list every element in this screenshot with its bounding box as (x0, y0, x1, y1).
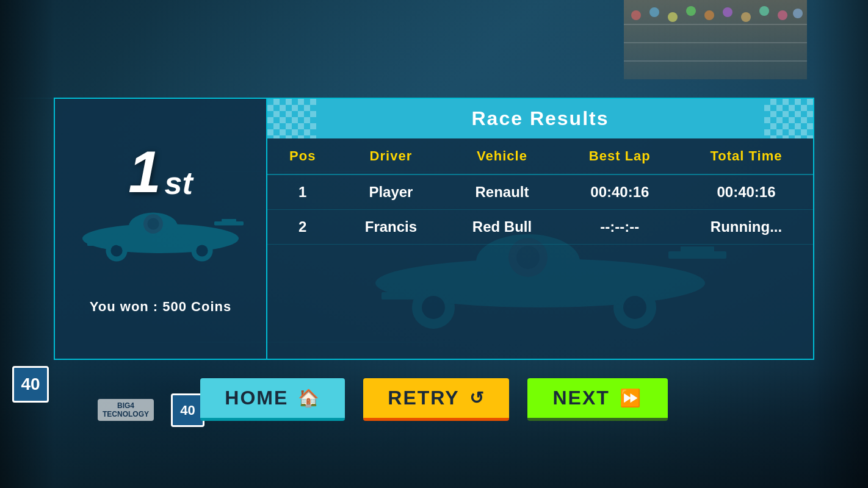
home-button-label: HOME (225, 387, 288, 409)
cell-total_time: 00:40:16 (679, 174, 813, 210)
cell-vehicle: Red Bull (444, 210, 560, 245)
svg-point-6 (668, 12, 678, 22)
svg-marker-29 (382, 272, 424, 294)
svg-point-33 (412, 286, 455, 329)
cell-pos: 2 (267, 210, 338, 245)
ui-container: 1 st You won : 500 Coins Race Results (54, 98, 814, 421)
home-icon: 🏠 (298, 388, 320, 408)
road-sign-40-left: 40 (12, 366, 49, 403)
col-pos: Pos (267, 138, 338, 174)
col-driver: Driver (338, 138, 444, 174)
svg-point-37 (449, 277, 607, 304)
col-vehicle: Vehicle (444, 138, 560, 174)
top-panel: 1 st You won : 500 Coins Race Results (54, 98, 814, 360)
cell-driver: Francis (338, 210, 444, 245)
cell-vehicle: Renault (444, 174, 560, 210)
svg-point-35 (613, 286, 656, 329)
next-button-label: NEXT (552, 387, 609, 409)
svg-rect-31 (681, 246, 714, 252)
svg-point-5 (649, 7, 659, 17)
cell-pos: 1 (267, 174, 338, 210)
svg-point-10 (741, 12, 751, 22)
results-title: Race Results (472, 107, 609, 129)
results-header: Race Results (267, 99, 813, 138)
cell-total_time: Running... (679, 210, 813, 245)
side-deco-left (0, 0, 55, 488)
grandstand (624, 0, 807, 79)
home-button[interactable]: HOME 🏠 (200, 378, 345, 421)
svg-point-11 (759, 6, 769, 16)
position-text-wrap: 1 st You won : 500 Coins (90, 143, 232, 315)
side-deco-right (813, 0, 868, 488)
coins-label: You won : 500 Coins (90, 299, 232, 315)
retry-button[interactable]: RETRY ↺ (363, 378, 508, 421)
svg-point-8 (704, 10, 714, 20)
col-best-lap: Best Lap (560, 138, 679, 174)
position-suffix: st (165, 165, 193, 201)
buttons-row: HOME 🏠 RETRY ↺ NEXT ⏩ (54, 378, 814, 421)
cell-best_lap: 00:40:16 (560, 174, 679, 210)
cell-best_lap: --:--:-- (560, 210, 679, 245)
cell-driver: Player (338, 174, 444, 210)
svg-point-12 (778, 10, 787, 20)
table-row: 2FrancisRed Bull--:--:--Running... (267, 210, 813, 245)
svg-point-4 (631, 10, 641, 20)
results-table: Pos Driver Vehicle Best Lap Total Time 1… (267, 138, 813, 245)
svg-rect-32 (382, 292, 436, 300)
table-header-row: Pos Driver Vehicle Best Lap Total Time (267, 138, 813, 174)
svg-point-39 (516, 246, 540, 269)
svg-point-27 (375, 259, 705, 307)
next-icon: ⏩ (620, 388, 642, 408)
svg-point-36 (623, 296, 646, 319)
table-row: 1PlayerRenault00:40:1600:40:16 (267, 174, 813, 210)
retry-button-label: RETRY (388, 387, 459, 409)
next-button[interactable]: NEXT ⏩ (527, 378, 668, 421)
svg-point-13 (793, 9, 803, 18)
svg-point-7 (686, 6, 696, 16)
svg-rect-30 (668, 251, 726, 259)
results-panel: Race Results (266, 98, 814, 360)
col-total-time: Total Time (679, 138, 813, 174)
svg-point-34 (422, 296, 445, 319)
position-panel: 1 st You won : 500 Coins (54, 98, 266, 360)
position-number: 1 (128, 143, 162, 201)
retry-icon: ↺ (469, 388, 485, 408)
svg-point-9 (723, 7, 732, 17)
